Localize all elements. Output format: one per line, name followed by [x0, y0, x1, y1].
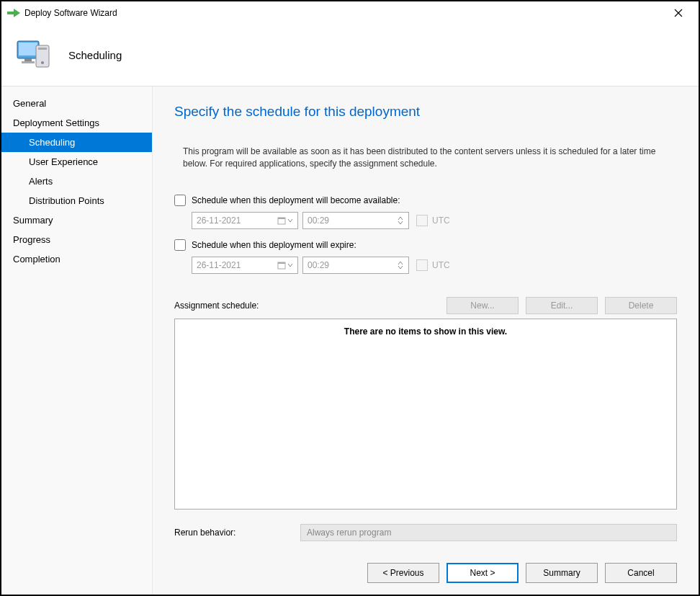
assignment-label: Assignment schedule: — [174, 301, 439, 311]
spinner-icon — [397, 216, 404, 225]
monitor-icon — [14, 35, 54, 75]
rerun-value: Always rerun program — [307, 528, 391, 538]
expire-utc-checkbox — [416, 259, 428, 271]
svg-rect-10 — [278, 262, 285, 264]
available-date-input[interactable]: 26-11-2021 — [192, 212, 298, 229]
rerun-label: Rerun behavior: — [174, 528, 300, 538]
edit-button: Edit... — [526, 297, 598, 314]
description-text: This program will be available as soon a… — [174, 146, 677, 170]
main-content: Specify the schedule for this deployment… — [153, 86, 699, 595]
assignment-list[interactable]: There are no items to show in this view. — [174, 319, 677, 510]
window-title: Deploy Software Wizard — [24, 8, 664, 18]
available-checkbox-row: Schedule when this deployment will becom… — [174, 195, 677, 206]
sidebar-item-user-experience[interactable]: User Experience — [1, 152, 152, 172]
available-checkbox-label: Schedule when this deployment will becom… — [192, 195, 400, 205]
svg-rect-2 — [24, 58, 32, 61]
close-icon — [674, 9, 683, 17]
sidebar-item-deployment-settings[interactable]: Deployment Settings — [1, 113, 152, 133]
rerun-row: Rerun behavior: Always rerun program — [174, 524, 677, 541]
expire-checkbox-label: Schedule when this deployment will expir… — [192, 240, 356, 250]
sidebar-item-general[interactable]: General — [1, 94, 152, 113]
close-button[interactable] — [664, 3, 693, 23]
expire-date-input[interactable]: 26-11-2021 — [192, 257, 298, 274]
calendar-icon — [277, 261, 293, 270]
summary-button[interactable]: Summary — [526, 563, 598, 583]
expire-time-input[interactable]: 00:29 — [302, 257, 409, 274]
chevron-down-icon — [287, 262, 293, 268]
svg-rect-3 — [22, 61, 35, 63]
rerun-select[interactable]: Always rerun program — [300, 524, 677, 541]
expire-date-value: 26-11-2021 — [197, 260, 241, 270]
available-checkbox[interactable] — [174, 195, 186, 206]
svg-rect-5 — [38, 48, 47, 50]
available-time-input[interactable]: 00:29 — [302, 212, 409, 229]
expire-time-value: 00:29 — [308, 260, 329, 270]
svg-rect-8 — [278, 218, 285, 219]
svg-rect-1 — [19, 43, 37, 55]
available-datetime-row: 26-11-2021 00:29 UTC — [192, 212, 677, 229]
svg-point-6 — [41, 61, 44, 64]
available-date-value: 26-11-2021 — [197, 215, 241, 226]
page-title: Scheduling — [68, 49, 122, 61]
deploy-arrow-icon — [7, 8, 20, 18]
wizard-header: Scheduling — [1, 25, 699, 86]
sidebar-item-completion[interactable]: Completion — [1, 249, 152, 269]
sidebar-item-summary[interactable]: Summary — [1, 210, 152, 230]
sidebar-item-distribution-points[interactable]: Distribution Points — [1, 191, 152, 210]
titlebar: Deploy Software Wizard — [1, 1, 699, 25]
next-button[interactable]: Next > — [447, 563, 519, 583]
available-time-value: 00:29 — [308, 215, 329, 226]
delete-button: Delete — [605, 297, 677, 314]
sidebar-item-alerts[interactable]: Alerts — [1, 172, 152, 191]
expire-checkbox-row: Schedule when this deployment will expir… — [174, 239, 677, 251]
wizard-body: General Deployment Settings Scheduling U… — [1, 86, 699, 595]
calendar-icon — [277, 216, 293, 225]
available-utc-checkbox — [416, 215, 428, 226]
available-utc-label: UTC — [432, 215, 450, 226]
sidebar-item-scheduling[interactable]: Scheduling — [1, 133, 152, 152]
cancel-button[interactable]: Cancel — [605, 563, 677, 583]
sidebar-item-progress[interactable]: Progress — [1, 230, 152, 249]
empty-list-text: There are no items to show in this view. — [344, 326, 507, 509]
assignment-row: Assignment schedule: New... Edit... Dele… — [174, 297, 677, 314]
footer-buttons: < Previous Next > Summary Cancel — [174, 563, 677, 583]
new-button: New... — [447, 297, 519, 314]
spinner-icon — [397, 261, 404, 270]
chevron-down-icon — [287, 218, 293, 223]
main-heading: Specify the schedule for this deployment — [174, 104, 677, 120]
expire-utc-label: UTC — [432, 260, 450, 270]
previous-button[interactable]: < Previous — [367, 563, 439, 583]
sidebar: General Deployment Settings Scheduling U… — [1, 86, 153, 595]
expire-checkbox[interactable] — [174, 239, 186, 251]
expire-datetime-row: 26-11-2021 00:29 UTC — [192, 257, 677, 274]
